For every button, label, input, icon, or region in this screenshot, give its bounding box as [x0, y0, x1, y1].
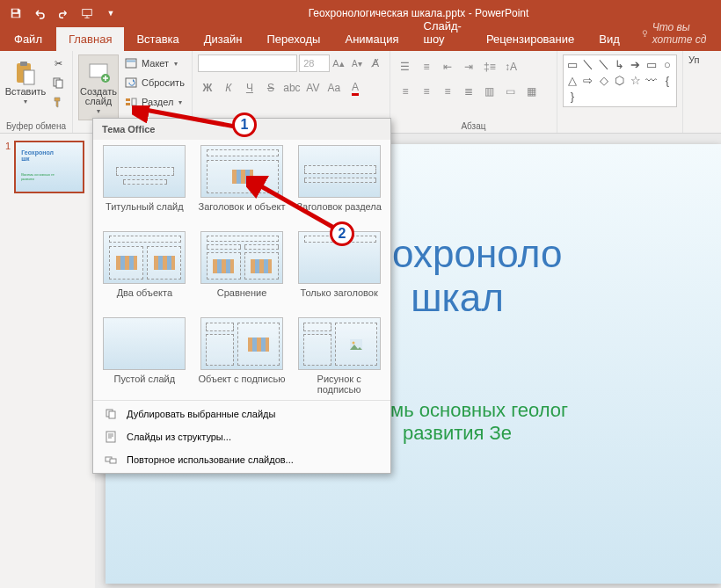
svg-rect-14: [126, 98, 130, 101]
gallery-header: Тема Office: [93, 119, 390, 140]
bullets-icon: ☰: [400, 61, 410, 73]
align-right-button[interactable]: ≡: [438, 83, 457, 100]
tell-me[interactable]: Что вы хотите сд: [632, 16, 721, 51]
group-paragraph: ☰ ≡ ⇤ ⇥ ‡≡ ↕A ≡ ≡ ≡ ≣ ▥ ▭ ▦ Абзац: [390, 51, 557, 133]
align-left-button[interactable]: ≡: [396, 83, 415, 100]
layout-icon: [124, 56, 138, 70]
svg-rect-16: [132, 98, 136, 105]
svg-rect-5: [20, 62, 27, 66]
shape-star-icon: ☆: [629, 73, 643, 87]
shadow-button[interactable]: abc: [282, 79, 302, 97]
increase-indent-button[interactable]: ⇥: [459, 58, 478, 76]
shape-hex-icon: ⬡: [613, 73, 627, 87]
svg-rect-23: [110, 459, 116, 463]
gallery-footer: Дублировать выбранные слайды Слайды из с…: [93, 400, 390, 473]
new-slide-icon: [84, 59, 113, 87]
shapes-gallery[interactable]: ▭ ＼ ＼ ↳ ➔ ▭ ○ △ ⇨ ◇ ⬡ ☆ 〰 { }: [563, 54, 677, 107]
line-spacing-button[interactable]: ‡≡: [480, 58, 499, 76]
new-slide-button[interactable]: Создать слайд ▾: [78, 54, 119, 120]
thumbnail-number: 1: [5, 141, 11, 193]
layout-title-content[interactable]: Заголовок и объект: [198, 145, 286, 222]
bullets-button[interactable]: ☰: [396, 58, 415, 76]
slide-thumbnail-1[interactable]: Геохронолшк Восемь основных геразвити: [14, 141, 84, 193]
justify-button[interactable]: ≣: [459, 83, 478, 100]
start-slideshow-icon[interactable]: [76, 4, 98, 23]
shape-curve-icon: 〰: [645, 73, 659, 87]
align-text-button[interactable]: ▭: [501, 83, 521, 100]
decrease-font-button[interactable]: A▾: [347, 54, 366, 72]
strike-button[interactable]: S: [261, 79, 280, 97]
text-direction-button[interactable]: ↕A: [501, 58, 521, 76]
save-icon[interactable]: [5, 4, 26, 23]
italic-button[interactable]: К: [219, 79, 238, 97]
clear-format-button[interactable]: A̸: [366, 54, 384, 72]
svg-rect-15: [126, 103, 130, 105]
cut-button[interactable]: ✂: [49, 54, 67, 72]
quick-access-toolbar: ▼: [5, 4, 121, 23]
change-case-button[interactable]: Aa: [324, 79, 344, 97]
font-color-button[interactable]: A: [346, 79, 365, 97]
decrease-indent-button[interactable]: ⇤: [438, 58, 457, 76]
tab-design[interactable]: Дизайн: [192, 27, 255, 51]
duplicate-slides-button[interactable]: Дублировать выбранные слайды: [93, 403, 390, 425]
shape-line-icon: ＼: [581, 57, 595, 71]
thumbnail-panel: 1 Геохронолшк Восемь основных геразвити: [0, 134, 95, 588]
copy-button[interactable]: [49, 74, 67, 91]
smartart-button[interactable]: ▦: [522, 83, 542, 100]
outline-icon: [104, 430, 118, 444]
tab-transitions[interactable]: Переходы: [254, 27, 332, 51]
qat-dropdown-icon[interactable]: ▼: [100, 4, 121, 23]
cut-icon: ✂: [51, 56, 65, 70]
svg-point-18: [352, 341, 354, 344]
layout-title-only[interactable]: Только заголовок: [295, 231, 383, 309]
shape-diamond-icon: ◇: [597, 73, 611, 87]
paste-button[interactable]: Вставить ▾: [5, 54, 46, 111]
char-spacing-button[interactable]: AV: [303, 79, 323, 97]
undo-icon[interactable]: [29, 4, 50, 23]
layout-comparison[interactable]: Сравнение: [198, 231, 286, 309]
layout-button[interactable]: Макет▾: [122, 54, 186, 72]
svg-rect-20: [109, 411, 115, 418]
tab-slideshow[interactable]: Слайд-шоу: [411, 14, 474, 51]
redo-icon[interactable]: [53, 4, 74, 23]
slides-from-outline-button[interactable]: Слайды из структуры...: [93, 425, 390, 448]
shape-textbox-icon: ▭: [565, 57, 579, 71]
layout-title-slide[interactable]: Титульный слайд: [100, 145, 188, 222]
svg-rect-21: [106, 432, 115, 442]
font-size-combo[interactable]: 28: [299, 54, 329, 72]
svg-rect-12: [127, 61, 135, 62]
layout-content-caption[interactable]: Объект с подписью: [198, 317, 286, 395]
group-clipboard: Вставить ▾ ✂ Буфер обмена: [0, 51, 73, 133]
underline-button[interactable]: Ч: [240, 79, 259, 97]
tab-insert[interactable]: Вставка: [124, 27, 191, 51]
reset-icon: [124, 76, 138, 90]
tab-animations[interactable]: Анимация: [332, 27, 411, 51]
columns-button[interactable]: ▥: [480, 83, 499, 100]
align-center-button[interactable]: ≡: [417, 83, 436, 100]
layout-picture-caption[interactable]: Рисунок с подписью: [295, 317, 383, 395]
numbering-button[interactable]: ≡: [417, 58, 436, 76]
layout-two-content[interactable]: Два объекта: [100, 231, 188, 309]
group-paragraph-label: Абзац: [396, 120, 551, 131]
tab-file[interactable]: Файл: [0, 27, 56, 51]
numbering-icon: ≡: [423, 61, 429, 73]
format-painter-button[interactable]: [49, 93, 67, 111]
tab-review[interactable]: Рецензирование: [474, 27, 586, 51]
new-slide-label: Создать слайд: [80, 87, 117, 106]
increase-font-button[interactable]: A▴: [330, 54, 348, 72]
tell-me-label: Что вы хотите сд: [652, 21, 712, 46]
layout-blank[interactable]: Пустой слайд: [100, 317, 188, 395]
group-clipboard-label: Буфер обмена: [5, 120, 67, 131]
layout-section-header[interactable]: Заголовок раздела: [295, 145, 383, 222]
shape-triangle-icon: △: [565, 73, 579, 87]
bold-button[interactable]: Ж: [198, 79, 217, 97]
font-name-combo[interactable]: [198, 54, 297, 72]
shape-brace-icon: {: [660, 73, 674, 87]
reuse-slides-button[interactable]: Повторное использование слайдов...: [93, 448, 390, 471]
tab-view[interactable]: Вид: [586, 27, 632, 51]
shape-rarrow-icon: ⇨: [581, 73, 595, 87]
tab-home[interactable]: Главная: [56, 27, 124, 51]
section-button[interactable]: Раздел▾: [122, 93, 186, 111]
reset-button[interactable]: Сбросить: [122, 74, 186, 91]
copy-icon: [51, 76, 65, 90]
